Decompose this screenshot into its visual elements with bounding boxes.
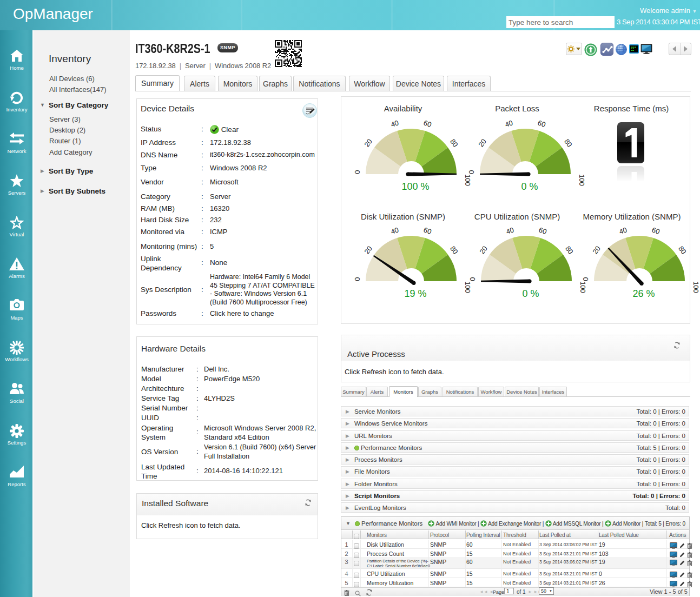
svg-text:0: 0: [353, 277, 361, 281]
svg-text:80: 80: [448, 137, 460, 149]
svg-text:80: 80: [563, 137, 574, 149]
svg-text:20: 20: [478, 244, 489, 256]
svg-text:100: 100: [692, 281, 700, 293]
svg-text:40: 40: [504, 120, 513, 129]
svg-text:40: 40: [505, 227, 514, 236]
svg-text:0: 0: [582, 277, 590, 281]
svg-text:60: 60: [422, 227, 432, 236]
svg-text:20: 20: [477, 137, 488, 149]
svg-text:100: 100: [578, 174, 586, 186]
svg-text:80: 80: [677, 244, 688, 256]
svg-text:60: 60: [537, 120, 546, 129]
svg-text:60: 60: [538, 227, 547, 236]
svg-text:80: 80: [564, 244, 575, 256]
svg-text:60: 60: [651, 227, 661, 236]
svg-text:0: 0: [468, 277, 477, 281]
svg-text:60: 60: [422, 120, 432, 129]
svg-text:0: 0: [467, 170, 476, 174]
svg-text:40: 40: [389, 120, 399, 129]
svg-text:0: 0: [353, 170, 361, 174]
svg-text:20: 20: [591, 244, 602, 256]
svg-text:40: 40: [389, 227, 399, 236]
svg-text:40: 40: [618, 227, 628, 236]
svg-text:20: 20: [362, 137, 374, 149]
svg-text:80: 80: [448, 244, 460, 256]
svg-text:20: 20: [362, 244, 374, 256]
